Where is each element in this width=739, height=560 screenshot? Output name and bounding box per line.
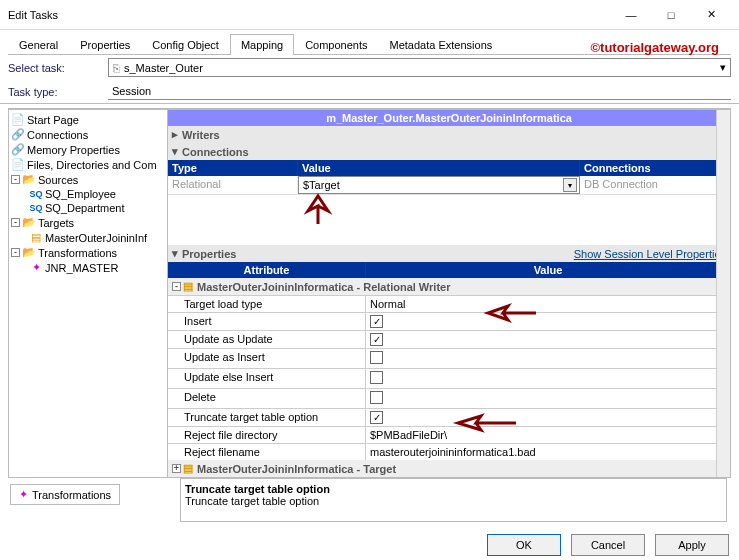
tab-mapping[interactable]: Mapping (230, 34, 294, 55)
property-row[interactable]: Delete (168, 388, 730, 408)
property-value[interactable]: masterouterjoinininformatica1.bad (366, 444, 730, 460)
checkbox[interactable] (370, 371, 383, 384)
collapse-icon[interactable]: ▾ (172, 247, 178, 260)
maximize-button[interactable]: □ (651, 0, 691, 30)
tree-item-files-directories-and-com[interactable]: 📄Files, Directories and Com (11, 157, 165, 172)
task-type-row: Task type: Session (0, 80, 739, 104)
dialog-buttons: OK Cancel Apply (487, 534, 729, 556)
group-label: MasterOuterJoininInformatica - Relationa… (197, 281, 450, 293)
ok-button[interactable]: OK (487, 534, 561, 556)
footer-tab-transformations[interactable]: ✦ Transformations (10, 484, 120, 505)
property-row[interactable]: Reject filenamemasterouterjoinininformat… (168, 443, 730, 460)
nav-tree[interactable]: 📄Start Page🔗Connections🔗Memory Propertie… (8, 109, 168, 478)
task-type-value: Session (112, 85, 151, 97)
property-group-target[interactable]: + ▤ MasterOuterJoininInformatica - Targe… (168, 460, 730, 477)
tree-label: MasterOuterJoininInf (45, 232, 147, 244)
property-value[interactable]: ✓ (366, 313, 730, 330)
minimize-button[interactable]: — (611, 0, 651, 30)
folder-icon: 📂 (22, 216, 36, 229)
collapse-icon[interactable]: - (11, 175, 20, 184)
content: 📄Start Page🔗Connections🔗Memory Propertie… (8, 108, 731, 478)
collapse-icon[interactable]: ▾ (172, 145, 178, 158)
tab-components[interactable]: Components (294, 34, 378, 55)
tree-item-jnr-master[interactable]: ✦JNR_MASTER (11, 260, 165, 275)
close-button[interactable]: ✕ (691, 0, 731, 30)
property-attribute: Delete (168, 389, 366, 408)
tab-config-object[interactable]: Config Object (141, 34, 230, 55)
tab-general[interactable]: General (8, 34, 69, 55)
property-row[interactable]: Target load typeNormal (168, 295, 730, 312)
tree-item-memory-properties[interactable]: 🔗Memory Properties (11, 142, 165, 157)
session-level-link[interactable]: Show Session Level Properties (574, 248, 726, 260)
property-row[interactable]: Update as Insert (168, 348, 730, 368)
folder-icon: 📂 (22, 173, 36, 186)
property-value[interactable]: ✓ (366, 331, 730, 348)
col-type: Type (168, 160, 298, 176)
tree-item-start-page[interactable]: 📄Start Page (11, 112, 165, 127)
tab-properties[interactable]: Properties (69, 34, 141, 55)
dropdown-button[interactable]: ▾ (563, 178, 577, 192)
apply-button[interactable]: Apply (655, 534, 729, 556)
select-task-row: Select task: ⎘ s_Master_Outer ▾ (0, 55, 739, 80)
property-attribute: Reject file directory (168, 427, 366, 443)
writers-label: Writers (182, 129, 220, 141)
expand-icon[interactable]: + (172, 464, 181, 473)
tree-item-sources[interactable]: -📂Sources (11, 172, 165, 187)
expand-icon[interactable]: ▸ (172, 128, 178, 141)
property-row[interactable]: Reject file directory$PMBadFileDir\ (168, 426, 730, 443)
mapping-header: m_Master_Outer.MasterOuterJoininInformat… (168, 110, 730, 126)
description-body: Truncate target table option (185, 495, 722, 507)
checkbox[interactable]: ✓ (370, 411, 383, 424)
sq-icon: SQ (29, 203, 43, 213)
vertical-scrollbar[interactable] (716, 110, 730, 477)
property-value[interactable] (366, 369, 730, 388)
checkbox[interactable] (370, 351, 383, 364)
collapse-icon[interactable]: - (172, 282, 181, 291)
col-value: Value (366, 262, 730, 278)
select-task-dropdown[interactable]: ⎘ s_Master_Outer ▾ (108, 58, 731, 77)
checkbox[interactable]: ✓ (370, 333, 383, 346)
collapse-icon[interactable]: - (11, 248, 20, 257)
tab-metadata-extensions[interactable]: Metadata Extensions (379, 34, 504, 55)
tree-item-connections[interactable]: 🔗Connections (11, 127, 165, 142)
titlebar: Edit Tasks — □ ✕ (0, 0, 739, 30)
property-attribute: Insert (168, 313, 366, 330)
property-row[interactable]: Update else Insert (168, 368, 730, 388)
property-row[interactable]: Insert✓ (168, 312, 730, 330)
properties-section: ▾ Properties Show Session Level Properti… (168, 245, 730, 262)
property-value[interactable] (366, 349, 730, 368)
property-value[interactable]: Normal (366, 296, 730, 312)
connections-section: ▾ Connections (168, 143, 730, 160)
connections-label: Connections (182, 146, 249, 158)
cancel-button[interactable]: Cancel (571, 534, 645, 556)
col-value: Value (298, 160, 580, 176)
collapse-icon[interactable]: - (11, 218, 20, 227)
tree-item-sq-employee[interactable]: SQSQ_Employee (11, 187, 165, 201)
tree-item-transformations[interactable]: -📂Transformations (11, 245, 165, 260)
conn-value-cell[interactable]: $Target ▾ (298, 176, 580, 194)
property-attribute: Update else Insert (168, 369, 366, 388)
property-value[interactable]: ✓ (366, 409, 730, 426)
tree-item-targets[interactable]: -📂Targets (11, 215, 165, 230)
conn-conn-cell: DB Connection (580, 176, 730, 194)
property-attribute: Target load type (168, 296, 366, 312)
folder-icon: 📂 (22, 246, 36, 259)
tree-label: Memory Properties (27, 144, 120, 156)
property-group-writer[interactable]: - ▤ MasterOuterJoininInformatica - Relat… (168, 278, 730, 295)
conn-icon: 🔗 (11, 128, 25, 141)
checkbox[interactable] (370, 391, 383, 404)
tree-item-sq-department[interactable]: SQSQ_Department (11, 201, 165, 215)
property-attribute: Reject filename (168, 444, 366, 460)
connections-row[interactable]: Relational $Target ▾ DB Connection (168, 176, 730, 195)
property-row[interactable]: Update as Update✓ (168, 330, 730, 348)
property-value[interactable]: $PMBadFileDir\ (366, 427, 730, 443)
group-label: MasterOuterJoininInformatica - Target (197, 463, 396, 475)
property-value[interactable] (366, 389, 730, 408)
task-type-field: Session (108, 83, 731, 100)
col-attribute: Attribute (168, 262, 366, 278)
conn-value-text: $Target (303, 179, 340, 191)
connections-header: Type Value Connections (168, 160, 730, 176)
property-row[interactable]: Truncate target table option✓ (168, 408, 730, 426)
tree-item-masterouterjoinininf[interactable]: ▤MasterOuterJoininInf (11, 230, 165, 245)
checkbox[interactable]: ✓ (370, 315, 383, 328)
